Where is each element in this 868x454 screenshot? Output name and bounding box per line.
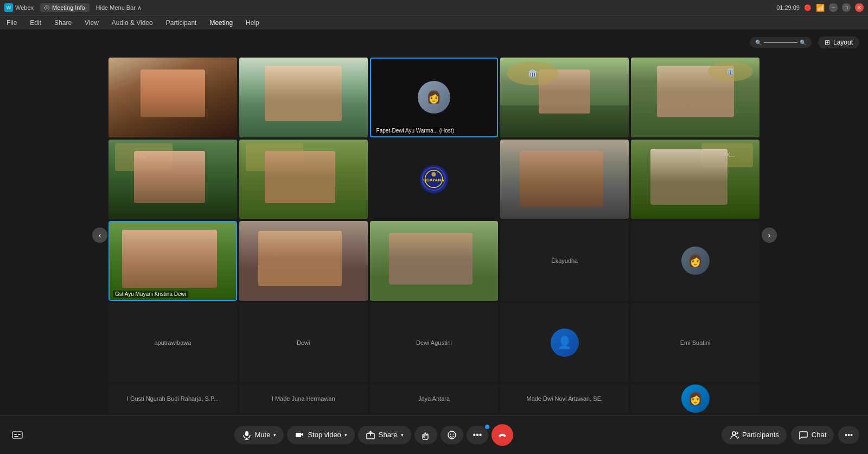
meeting-info-button[interactable]: 🛈 Meeting Info: [40, 3, 90, 12]
share-label: Share: [379, 431, 398, 439]
network-icon: 📶: [816, 4, 825, 12]
video-cell-6[interactable]: FAK...: [108, 140, 237, 219]
mute-button[interactable]: Mute ▾: [234, 426, 284, 444]
meeting-timer: 01:29:09: [776, 4, 800, 11]
svg-rect-11: [296, 433, 301, 437]
video-cell-18[interactable]: Dewi Agustini: [370, 303, 499, 383]
top-toolbar: 🔍 ──────── 🔍 ⊞ Layout: [0, 29, 868, 55]
video-cell-20[interactable]: Emi Suatini: [631, 303, 760, 383]
chat-button[interactable]: Chat: [791, 426, 834, 444]
participants-button[interactable]: Participants: [722, 426, 787, 444]
participant-18-name: Dewi Agustini: [416, 339, 452, 346]
close-button[interactable]: ✕: [855, 3, 864, 12]
video-cell-11-active[interactable]: Gst Ayu Mayani Kristina Dewi: [108, 221, 237, 301]
participant-11-name: Gst Ayu Mayani Kristina Dewi: [113, 291, 188, 298]
participants-label: Participants: [742, 431, 779, 439]
captions-button[interactable]: [9, 426, 26, 444]
title-bar: W Webex 🛈 Meeting Info Hide Menu Bar ∧ 0…: [0, 0, 868, 15]
video-cell-22[interactable]: I Made Juna Hermawan: [239, 384, 368, 413]
video-cell-3-host[interactable]: 👩 Fapet-Dewi Ayu Warma... (Host): [370, 58, 499, 137]
video-cell-9[interactable]: [500, 140, 629, 219]
menu-participant[interactable]: Participant: [164, 18, 199, 28]
participant-16-name: aputrawibawa: [154, 339, 191, 346]
video-cell-23[interactable]: Jaya Antara: [370, 384, 499, 413]
video-cell-7[interactable]: F...: [239, 140, 368, 219]
svg-rect-4: [12, 432, 22, 438]
host-name-label: Fapet-Dewi Ayu Warma... (Host): [374, 127, 456, 134]
prev-page-button[interactable]: ‹: [92, 228, 107, 243]
recording-indicator: 🔴: [804, 4, 812, 11]
toolbar-center: Mute ▾ Stop video ▾ Share ▾: [30, 424, 717, 446]
svg-rect-8: [245, 431, 248, 436]
reactions-button[interactable]: [441, 426, 463, 444]
stop-video-label: Stop video: [308, 431, 341, 439]
menu-share[interactable]: Share: [52, 18, 74, 28]
video-cell-17[interactable]: Dewi: [239, 303, 368, 383]
video-grid: 👩 Fapet-Dewi Ayu Warma... (Host) 🏛️ 🏛️: [0, 55, 868, 415]
hand-raise-button[interactable]: [414, 426, 437, 444]
share-button[interactable]: Share ▾: [358, 426, 411, 444]
more-options-button[interactable]: •••: [467, 426, 489, 444]
org-logo: UDAYANA: [420, 165, 448, 193]
next-page-button[interactable]: ›: [762, 228, 777, 243]
menu-meeting[interactable]: Meeting: [207, 18, 235, 28]
share-chevron[interactable]: ▾: [401, 432, 404, 438]
menu-view[interactable]: View: [82, 18, 101, 28]
stop-video-button[interactable]: Stop video ▾: [287, 426, 354, 444]
menu-edit[interactable]: Edit: [28, 18, 43, 28]
app-logo: W Webex: [4, 3, 34, 12]
video-cell-12[interactable]: [239, 221, 368, 301]
zoom-control[interactable]: 🔍 ──────── 🔍: [750, 37, 812, 48]
mute-chevron[interactable]: ▾: [273, 432, 276, 438]
zoom-in-icon: 🔍: [800, 40, 806, 46]
layout-icon: ⊞: [825, 39, 830, 46]
layout-button[interactable]: ⊞ Layout: [818, 36, 859, 48]
svg-rect-5: [14, 434, 17, 435]
stop-video-chevron[interactable]: ▾: [344, 432, 347, 438]
participant-22-name: I Made Juna Hermawan: [272, 395, 335, 402]
participant-24-name: Made Dwi Novi Artawan, SE.: [526, 395, 603, 402]
bottom-toolbar: Mute ▾ Stop video ▾ Share ▾: [0, 415, 868, 454]
video-cell-4[interactable]: 🏛️: [500, 58, 629, 137]
svg-point-16: [732, 432, 736, 435]
video-cell-24[interactable]: Made Dwi Novi Artawan, SE.: [500, 384, 629, 413]
participant-23-name: Jaya Antara: [418, 395, 450, 402]
video-cell-8[interactable]: UDAYANA: [370, 140, 499, 219]
video-cell-5[interactable]: 🏛️: [631, 58, 760, 137]
video-cell-1[interactable]: [108, 58, 237, 137]
video-cell-14[interactable]: Ekayudha: [500, 221, 629, 301]
video-cell-21[interactable]: I Gusti Ngurah Budi Raharja, S.P...: [108, 384, 237, 413]
menu-audio-video[interactable]: Audio & Video: [110, 18, 155, 28]
end-call-button[interactable]: [492, 424, 513, 446]
menu-help[interactable]: Help: [244, 18, 261, 28]
video-cell-15[interactable]: 👩: [631, 221, 760, 301]
participant-20-name: Emi Suatini: [680, 339, 711, 346]
hide-menu-button[interactable]: Hide Menu Bar ∧: [96, 4, 142, 11]
video-cell-25[interactable]: 👩: [631, 384, 760, 413]
more-right-button[interactable]: •••: [838, 426, 859, 444]
video-cell-10[interactable]: FAK...: [631, 140, 760, 219]
menu-bar: File Edit Share View Audio & Video Parti…: [0, 15, 868, 29]
participant-21-name: I Gusti Ngurah Budi Raharja, S.P...: [127, 395, 219, 402]
video-cell-19[interactable]: 👤: [500, 303, 629, 383]
svg-point-17: [736, 432, 738, 434]
svg-point-3: [432, 172, 436, 176]
more-icon: •••: [473, 430, 482, 440]
video-cell-16[interactable]: aputrawibawa: [108, 303, 237, 383]
svg-text:UDAYANA: UDAYANA: [424, 178, 445, 182]
menu-file[interactable]: File: [4, 18, 19, 28]
svg-point-13: [448, 431, 456, 439]
zoom-out-icon: 🔍: [755, 40, 762, 46]
notification-dot: [485, 425, 489, 429]
svg-rect-7: [14, 436, 18, 437]
participant-14-name: Ekayudha: [551, 257, 578, 264]
minimize-button[interactable]: ─: [829, 3, 838, 12]
layout-label: Layout: [833, 39, 853, 46]
video-cell-2[interactable]: [239, 58, 368, 137]
app-name: Webex: [15, 4, 34, 11]
participant-17-name: Dewi: [297, 339, 310, 346]
maximize-button[interactable]: □: [842, 3, 851, 12]
svg-rect-6: [18, 434, 21, 435]
chat-label: Chat: [812, 431, 826, 439]
video-cell-13[interactable]: [370, 221, 499, 301]
